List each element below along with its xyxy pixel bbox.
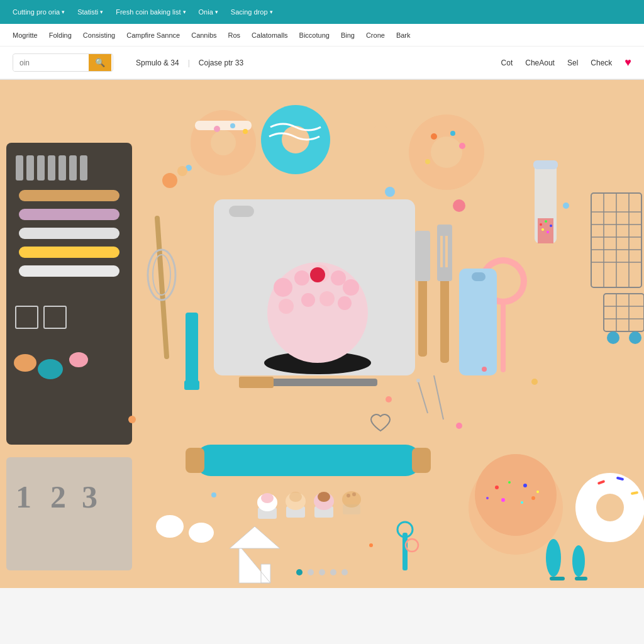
action-check[interactable]: Check — [591, 58, 612, 67]
nav-item-cannibs[interactable]: Cannibs — [191, 31, 216, 39]
svg-point-122 — [347, 494, 350, 497]
pagination-dot-4[interactable] — [330, 569, 336, 575]
wishlist-heart-icon[interactable]: ♥ — [625, 56, 631, 69]
svg-point-97 — [475, 454, 557, 536]
svg-rect-58 — [195, 445, 421, 476]
nav-item-bing[interactable]: Bing — [341, 31, 355, 39]
svg-rect-12 — [19, 247, 119, 258]
svg-point-83 — [540, 223, 542, 226]
svg-rect-62 — [415, 231, 430, 281]
svg-rect-136 — [550, 577, 565, 580]
svg-point-86 — [541, 228, 544, 231]
svg-point-103 — [521, 501, 523, 504]
svg-point-116 — [289, 492, 302, 502]
svg-point-99 — [508, 481, 511, 484]
banner-item-3[interactable]: Fresh coin baking list — [116, 8, 186, 16]
search-box: 🔍 — [13, 53, 113, 72]
banner-item-1[interactable]: Cutting pro oria — [13, 8, 65, 16]
svg-point-17 — [38, 359, 63, 379]
nav-item-consisting[interactable]: Consisting — [83, 31, 115, 39]
svg-rect-1 — [6, 143, 132, 445]
svg-point-98 — [495, 486, 499, 489]
svg-point-85 — [550, 225, 552, 227]
svg-point-95 — [629, 331, 641, 344]
info-spmulo: Spmulo & 34 — [136, 58, 179, 67]
nav-item-campfire[interactable]: Campfire Sannce — [126, 31, 180, 39]
svg-rect-38 — [229, 206, 254, 217]
svg-rect-4 — [37, 155, 45, 180]
svg-rect-88 — [533, 160, 558, 169]
nav-item-crone[interactable]: Crone — [366, 31, 385, 39]
nav-item-folding[interactable]: Folding — [49, 31, 72, 39]
svg-point-134 — [546, 539, 561, 577]
svg-point-28 — [243, 129, 248, 134]
svg-point-140 — [563, 203, 569, 209]
info-cojase: Cojase ptr 33 — [199, 58, 243, 67]
svg-rect-11 — [19, 228, 119, 239]
svg-point-31 — [367, 126, 394, 153]
pagination-dots — [296, 569, 348, 575]
svg-point-101 — [536, 491, 539, 493]
svg-text:2: 2 — [50, 479, 66, 514]
svg-point-141 — [482, 367, 487, 372]
svg-point-34 — [431, 133, 437, 140]
svg-point-104 — [531, 496, 535, 500]
svg-point-105 — [486, 497, 489, 499]
svg-point-49 — [338, 296, 352, 310]
pagination-dot-5[interactable] — [341, 569, 348, 575]
svg-point-100 — [523, 484, 527, 487]
pagination-dot-2[interactable] — [308, 569, 314, 575]
svg-text:3: 3 — [82, 479, 97, 514]
secondary-nav: Mogritte Folding Consisting Campfire San… — [0, 24, 644, 47]
svg-rect-10 — [19, 209, 119, 220]
svg-rect-70 — [459, 269, 497, 375]
banner-item-5[interactable]: Sacing drop — [231, 8, 273, 16]
svg-rect-71 — [472, 272, 486, 281]
svg-point-148 — [385, 187, 395, 197]
svg-rect-2 — [16, 155, 23, 180]
svg-point-119 — [318, 492, 330, 502]
svg-point-35 — [450, 131, 455, 136]
svg-point-149 — [128, 416, 136, 423]
nav-item-biccotung[interactable]: Biccotung — [299, 31, 330, 39]
banner-item-4[interactable]: Onia — [199, 8, 218, 16]
svg-point-146 — [177, 166, 187, 176]
svg-point-129 — [416, 379, 420, 382]
nav-item-ros[interactable]: Ros — [228, 31, 241, 39]
action-cot[interactable]: Cot — [501, 58, 513, 67]
svg-point-123 — [352, 492, 356, 496]
nav-item-bark[interactable]: Bark — [396, 31, 411, 39]
svg-rect-6 — [58, 155, 66, 180]
svg-point-142 — [211, 492, 216, 497]
svg-point-24 — [211, 130, 236, 155]
svg-point-33 — [431, 136, 462, 168]
svg-rect-8 — [80, 155, 87, 180]
header-info: Spmulo & 34 | Cojase ptr 33 — [136, 58, 243, 67]
pagination-dot-1[interactable] — [296, 569, 303, 575]
top-banner: Cutting pro oria Statisti Fresh coin bak… — [0, 0, 644, 24]
search-input[interactable] — [13, 55, 89, 71]
svg-point-26 — [214, 126, 220, 132]
svg-point-27 — [230, 123, 235, 128]
svg-point-46 — [279, 299, 294, 314]
search-button[interactable]: 🔍 — [89, 54, 111, 71]
svg-rect-69 — [501, 303, 506, 372]
svg-point-151 — [531, 379, 538, 385]
search-icon: 🔍 — [95, 58, 105, 67]
svg-point-144 — [386, 396, 392, 402]
baking-scene-svg: 1 2 3 — [0, 80, 644, 588]
svg-rect-5 — [48, 155, 55, 180]
action-sel[interactable]: Sel — [567, 58, 578, 67]
action-cheaout[interactable]: CheAout — [525, 58, 555, 67]
banner-item-2[interactable]: Statisti — [77, 8, 103, 16]
svg-point-127 — [189, 523, 214, 543]
nav-item-calatomalls[interactable]: Calatomalls — [252, 31, 287, 39]
svg-text:1: 1 — [16, 479, 31, 514]
svg-rect-13 — [19, 265, 119, 277]
main-image-area: 1 2 3 — [0, 80, 644, 588]
nav-item-mogritte[interactable]: Mogritte — [13, 31, 38, 39]
pagination-dot-3[interactable] — [319, 569, 325, 575]
svg-rect-25 — [195, 121, 252, 130]
svg-point-145 — [162, 173, 177, 188]
svg-rect-137 — [575, 577, 587, 580]
